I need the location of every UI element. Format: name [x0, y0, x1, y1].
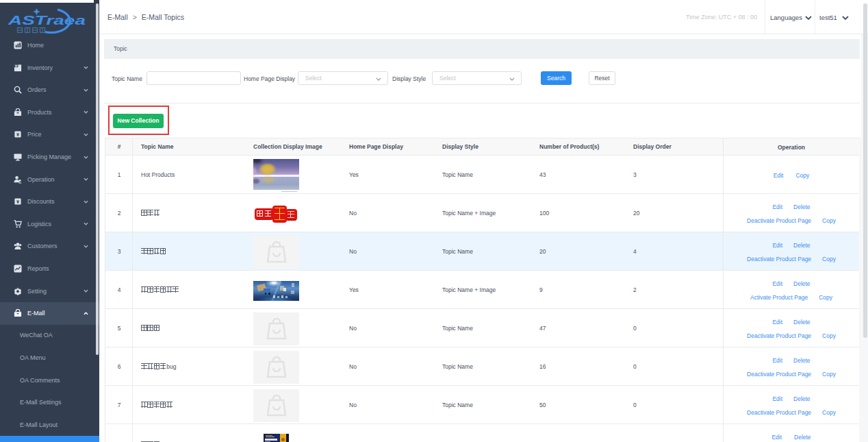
- svg-text:ASTraea: ASTraea: [8, 13, 86, 27]
